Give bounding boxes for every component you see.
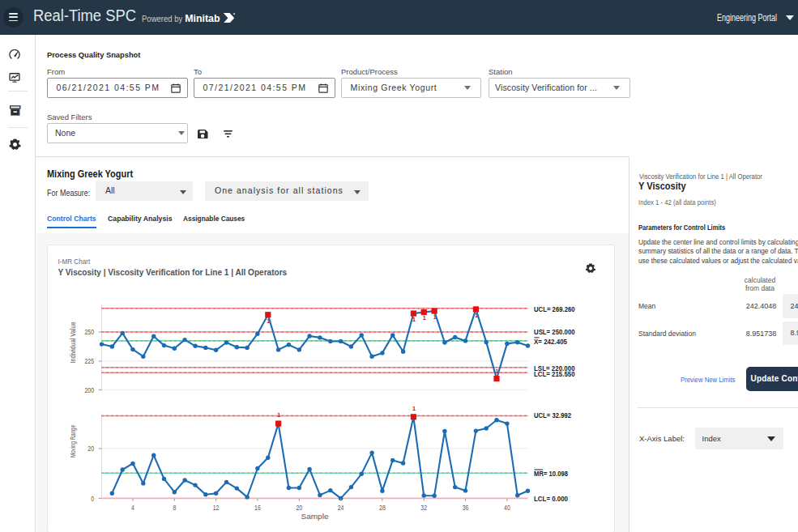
svg-text:1: 1 [475,313,478,318]
svg-text:1: 1 [277,412,280,418]
svg-text:UCL= 269.260: UCL= 269.260 [534,305,575,313]
svg-text:Y Viscosity | Viscosity Verifi: Y Viscosity | Viscosity Verification for… [58,267,288,277]
svg-text:12: 12 [213,503,220,512]
svg-text:LCL= 215.550: LCL= 215.550 [534,370,575,378]
svg-text:USL= 250.000: USL= 250.000 [534,328,575,336]
svg-text:Sample: Sample [301,512,329,521]
svg-text:1: 1 [412,317,416,322]
svg-text:16: 16 [254,503,261,512]
svg-text:250: 250 [85,327,95,336]
svg-text:X= 242.405: X= 242.405 [534,338,567,346]
svg-text:Individual Value: Individual Value [68,322,77,364]
svg-text:Moving Range: Moving Range [68,425,77,458]
svg-text:1: 1 [267,318,270,324]
svg-text:8: 8 [173,503,176,512]
svg-text:4: 4 [131,503,134,512]
svg-text:MR= 10.098: MR= 10.098 [534,470,568,478]
svg-text:I-MR Chart: I-MR Chart [58,257,91,266]
svg-text:1: 1 [433,314,437,320]
svg-text:200: 200 [85,385,95,394]
svg-text:1: 1 [423,315,426,321]
svg-text:UCL= 32.992: UCL= 32.992 [534,411,571,419]
svg-text:0: 0 [91,494,94,503]
svg-text:225: 225 [85,356,95,365]
svg-text:1: 1 [496,368,499,374]
svg-text:28: 28 [379,503,386,512]
svg-text:1: 1 [412,406,416,411]
svg-text:20: 20 [87,444,94,453]
svg-text:32: 32 [420,503,427,512]
svg-text:36: 36 [463,503,469,512]
svg-text:40: 40 [504,503,510,512]
svg-text:LCL= 0.000: LCL= 0.000 [534,495,568,503]
svg-text:20: 20 [296,503,302,512]
svg-text:24: 24 [338,503,344,512]
